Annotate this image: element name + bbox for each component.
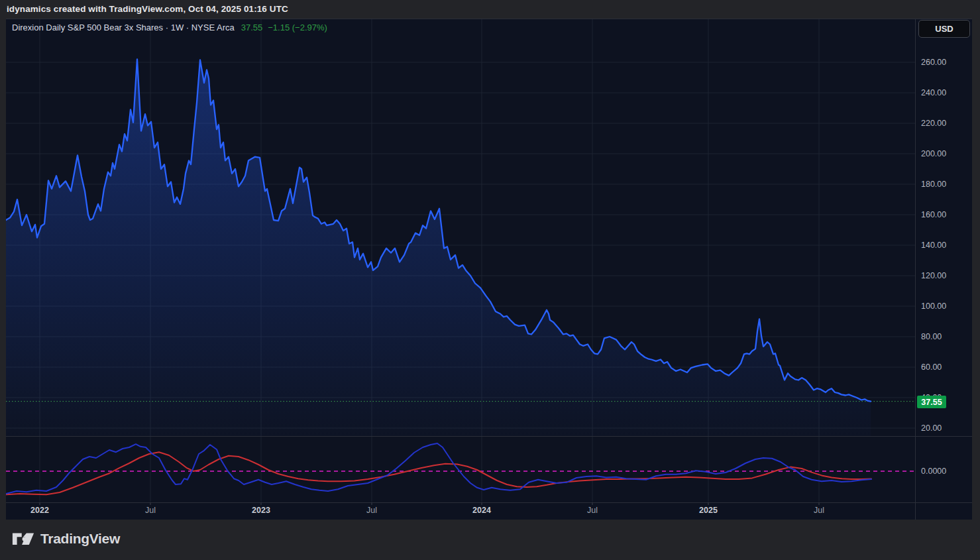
chart-root <box>6 19 972 520</box>
symbol-title: Direxion Daily S&P 500 Bear 3x Shares · … <box>12 23 235 32</box>
watermark-text: idynamics created with TradingView.com, … <box>7 4 288 14</box>
indicator-line-slow <box>6 452 871 494</box>
price-axis-label: 120.00 <box>921 271 946 280</box>
indicator-zero-label: 0.0000 <box>921 467 946 476</box>
price-axis-label: 200.00 <box>921 149 946 158</box>
price-axis-label: 260.00 <box>921 58 946 67</box>
price-axis-label: 240.00 <box>921 88 946 97</box>
time-axis-label: Jul <box>587 506 598 515</box>
tradingview-logo-text: TradingView <box>40 531 120 547</box>
indicator-line-fast <box>6 443 871 494</box>
price-axis-label: 180.00 <box>921 180 946 189</box>
price-axis-label: 160.00 <box>921 210 946 219</box>
price-axis-label: 100.00 <box>921 302 946 311</box>
price-axis-label: 20.00 <box>921 423 942 433</box>
tradingview-logo-icon <box>12 530 34 547</box>
symbol-legend[interactable]: Direxion Daily S&P 500 Bear 3x Shares · … <box>12 23 327 32</box>
time-axis-label: 2023 <box>252 506 270 515</box>
time-axis-label: Jul <box>366 506 377 515</box>
tradingview-screenshot: { "watermark": "idynamics created with T… <box>0 0 980 560</box>
legend-change: −1.15 (−2.97%) <box>268 23 327 32</box>
price-axis-label: 220.00 <box>921 119 946 128</box>
last-price-badge: 37.55 <box>917 396 946 408</box>
price-axis-label: 60.00 <box>921 363 942 372</box>
time-axis-label: 2022 <box>30 506 49 515</box>
price-axis-label: 80.00 <box>921 332 942 341</box>
time-axis-label: 2024 <box>472 506 491 515</box>
time-axis-label: 2025 <box>699 506 718 515</box>
chart-surface[interactable] <box>6 19 972 520</box>
time-axis-label: Jul <box>145 506 156 515</box>
tradingview-logo[interactable]: TradingView <box>12 530 120 547</box>
price-area-fill <box>6 59 871 436</box>
legend-last-price: 37.55 <box>241 23 263 32</box>
price-axis[interactable]: 260.00240.00220.00200.00180.00160.00140.… <box>916 19 972 502</box>
price-axis-label: 140.00 <box>921 241 946 250</box>
time-axis-label: Jul <box>814 506 824 515</box>
